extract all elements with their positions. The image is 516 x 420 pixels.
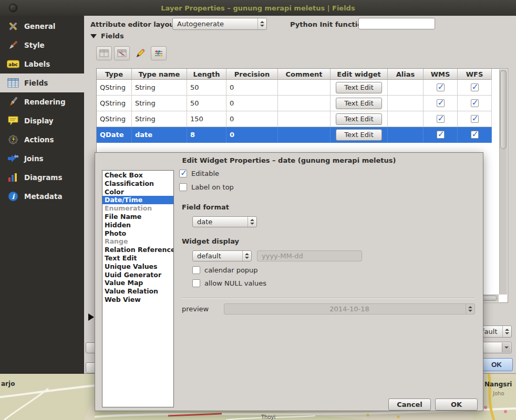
preview-label: preview: [182, 305, 209, 313]
field-calculator-button[interactable]: [151, 46, 167, 60]
sidebar-item-joins[interactable]: Joins: [0, 149, 84, 168]
combo-spinner-icon[interactable]: [257, 18, 266, 29]
widget-type-list[interactable]: Check Box Classification Color Date/Time…: [102, 170, 174, 407]
window-close-button[interactable]: [9, 4, 17, 12]
text-edit-widget-button[interactable]: Text Edit: [336, 129, 382, 141]
list-item[interactable]: Hidden: [102, 221, 173, 229]
editable-checkbox[interactable]: [179, 170, 187, 177]
layer-properties-ok-button[interactable]: OK: [480, 358, 513, 371]
sidebar-item-general[interactable]: General: [0, 17, 84, 36]
wfs-checkbox[interactable]: [471, 131, 479, 139]
cell-type: QString: [97, 111, 132, 127]
list-item[interactable]: Value Relation: [102, 287, 173, 296]
wms-checkbox[interactable]: [437, 131, 445, 139]
new-column-button[interactable]: [96, 46, 112, 60]
list-item-selected[interactable]: Date/Time: [102, 196, 173, 204]
sidebar-item-label: Style: [24, 41, 45, 49]
combo-spinner-icon[interactable]: [502, 326, 511, 337]
ok-button[interactable]: OK: [435, 398, 478, 411]
sidebar-item-actions[interactable]: Actions: [0, 130, 84, 149]
sidebar-item-diagrams[interactable]: Diagrams: [0, 168, 84, 187]
wms-checkbox[interactable]: [437, 99, 445, 107]
column-header[interactable]: Comment: [278, 69, 331, 80]
calendar-popup-checkbox-row[interactable]: calendar popup: [192, 266, 258, 274]
wfs-checkbox[interactable]: [471, 83, 479, 91]
column-header[interactable]: Alias: [388, 69, 424, 80]
sidebar-item-label: Labels: [24, 60, 50, 68]
list-item[interactable]: File Name: [102, 213, 173, 221]
column-header[interactable]: Type: [97, 69, 132, 80]
allow-null-checkbox[interactable]: [192, 279, 200, 287]
sidebar-item-style[interactable]: Style: [0, 36, 84, 55]
hidden-combo-value: fault: [482, 328, 498, 335]
table-row[interactable]: QString String 50 0 Text Edit: [97, 80, 508, 96]
list-item[interactable]: Color: [102, 188, 173, 196]
fields-section-disclosure-icon[interactable]: [90, 34, 97, 38]
window-titlebar[interactable]: Layer Properties – gunung merapi meletus…: [0, 0, 516, 16]
list-item[interactable]: Photo: [102, 229, 173, 238]
list-item[interactable]: Classification: [102, 180, 173, 188]
column-header[interactable]: Precision: [226, 69, 278, 80]
text-edit-widget-button[interactable]: Text Edit: [336, 82, 382, 93]
cell-comment: [278, 111, 331, 127]
sidebar: General Style abc Labels Fields Renderin…: [0, 16, 84, 374]
sidebar-item-labels[interactable]: abc Labels: [0, 55, 84, 74]
abc-label-icon: abc: [6, 58, 19, 70]
cancel-button[interactable]: Cancel: [388, 398, 431, 411]
vertical-scrollbar[interactable]: [499, 69, 507, 295]
checkbox-label: calendar popup: [204, 266, 258, 274]
wms-checkbox[interactable]: [437, 115, 445, 123]
sidebar-item-fields[interactable]: Fields: [0, 74, 84, 92]
label-on-top-checkbox[interactable]: [179, 183, 187, 191]
cell-alias: [388, 111, 424, 127]
column-header[interactable]: Edit widget: [331, 69, 388, 80]
attribute-editor-layout-combo[interactable]: Autogenerate: [172, 18, 267, 30]
allow-null-checkbox-row[interactable]: allow NULL values: [192, 279, 266, 287]
list-item[interactable]: Web View: [102, 296, 173, 304]
speech-bubble-icon: [6, 114, 19, 127]
cell-edit-widget: Text Edit: [331, 80, 388, 96]
list-item[interactable]: Value Map: [102, 279, 173, 287]
toggle-editing-pencil-icon[interactable]: [132, 46, 148, 60]
list-item[interactable]: Uuid Generator: [102, 271, 173, 279]
sidebar-item-display[interactable]: Display: [0, 111, 84, 130]
panel-expander-icon[interactable]: [88, 313, 94, 321]
column-header[interactable]: WMS: [424, 69, 458, 80]
combo-spinner-icon[interactable]: [247, 217, 256, 227]
cell-length: 8: [187, 127, 226, 143]
list-item[interactable]: Unique Values: [102, 262, 173, 271]
widget-display-combo[interactable]: default: [192, 250, 252, 261]
combo-spinner-icon[interactable]: [242, 251, 251, 261]
table-row[interactable]: QString String 50 0 Text Edit: [97, 96, 508, 111]
calendar-popup-checkbox[interactable]: [192, 266, 200, 274]
wfs-checkbox[interactable]: [471, 99, 479, 107]
sidebar-item-rendering[interactable]: Rendering: [0, 92, 84, 111]
delete-column-button[interactable]: [114, 46, 130, 60]
join-arrows-icon: [6, 152, 19, 165]
column-header[interactable]: WFS: [458, 69, 492, 80]
scrollbar-thumb[interactable]: [500, 70, 507, 149]
cell-precision: 0: [226, 80, 278, 96]
list-item[interactable]: Relation Reference: [102, 246, 173, 254]
dropdown-arrow-icon[interactable]: [502, 343, 511, 352]
field-format-combo[interactable]: date: [192, 216, 257, 227]
sidebar-item-label: Metadata: [24, 192, 63, 201]
table-row[interactable]: QString String 150 0 Text Edit: [97, 111, 508, 127]
cell-length: 50: [187, 96, 226, 111]
wfs-checkbox[interactable]: [471, 115, 479, 123]
list-item[interactable]: Text Edit: [102, 254, 173, 262]
table-row-selected[interactable]: QDate date 8 0 Text Edit: [97, 127, 508, 143]
editable-checkbox-row[interactable]: Editable: [179, 170, 219, 177]
text-edit-widget-button[interactable]: Text Edit: [336, 113, 382, 125]
column-header[interactable]: Type name: [132, 69, 187, 80]
sidebar-item-metadata[interactable]: i Metadata: [0, 187, 84, 206]
spinbox-arrows-icon[interactable]: [466, 304, 474, 314]
column-header[interactable]: Length: [187, 69, 226, 80]
list-item[interactable]: Check Box: [102, 171, 173, 180]
wms-checkbox[interactable]: [437, 83, 445, 91]
label-on-top-checkbox-row[interactable]: Label on top: [179, 183, 234, 191]
text-edit-widget-button[interactable]: Text Edit: [336, 98, 382, 109]
dialog-title: Edit Widget Properties – date (gunung me…: [95, 153, 483, 164]
python-init-input[interactable]: [358, 18, 435, 29]
widget-display-label: Widget display: [182, 237, 239, 245]
